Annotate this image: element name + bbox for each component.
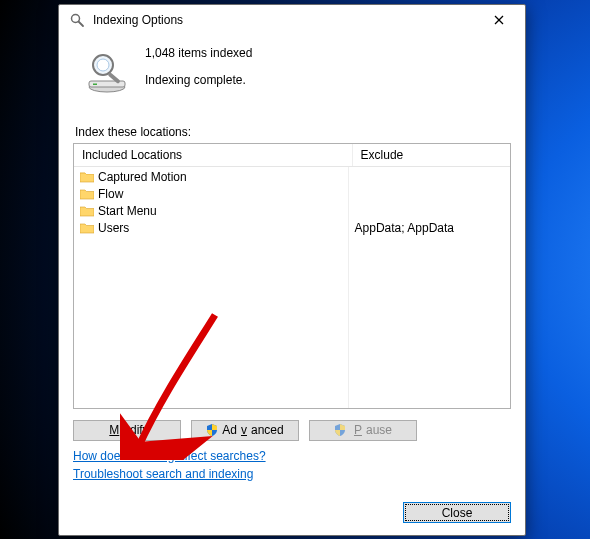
folder-icon bbox=[80, 171, 94, 183]
magnifier-drive-icon bbox=[83, 47, 131, 95]
list-item-label: Start Menu bbox=[98, 204, 157, 218]
titlebar: Indexing Options bbox=[59, 5, 525, 35]
advanced-button[interactable]: Advanced bbox=[191, 420, 299, 441]
dialog-title: Indexing Options bbox=[93, 13, 479, 27]
troubleshoot-link[interactable]: Troubleshoot search and indexing bbox=[73, 467, 253, 481]
close-icon[interactable] bbox=[479, 7, 519, 33]
exclude-cell bbox=[355, 169, 504, 186]
list-item-label: Captured Motion bbox=[98, 170, 187, 184]
button-row: Modify Advanced Pause bbox=[73, 420, 511, 441]
list-item-label: Flow bbox=[98, 187, 123, 201]
column-header-exclude[interactable]: Exclude bbox=[353, 144, 510, 166]
pause-button: Pause bbox=[309, 420, 417, 441]
folder-icon bbox=[80, 205, 94, 217]
list-item[interactable]: Captured Motion bbox=[80, 169, 342, 186]
listview-header: Included Locations Exclude bbox=[74, 144, 510, 167]
exclude-cell bbox=[355, 203, 504, 220]
list-item[interactable]: Flow bbox=[80, 186, 342, 203]
items-indexed-count: 1,048 items indexed bbox=[145, 45, 252, 62]
exclude-cell: AppData; AppData bbox=[355, 220, 504, 237]
status-row: 1,048 items indexed Indexing complete. bbox=[73, 43, 511, 99]
list-item[interactable]: Start Menu bbox=[80, 203, 342, 220]
exclude-cell bbox=[355, 186, 504, 203]
close-button[interactable]: Close bbox=[403, 502, 511, 523]
list-item[interactable]: Users bbox=[80, 220, 342, 237]
indexing-options-dialog: Indexing Options 1,048 items ind bbox=[58, 4, 526, 536]
help-link[interactable]: How does indexing affect searches? bbox=[73, 449, 266, 463]
svg-rect-6 bbox=[93, 84, 97, 86]
shield-icon bbox=[334, 424, 346, 436]
exclude-column: AppData; AppData bbox=[349, 167, 510, 408]
included-locations-column: Captured Motion Flow Start Menu bbox=[74, 167, 349, 408]
locations-label: Index these locations: bbox=[75, 125, 511, 139]
folder-icon bbox=[80, 222, 94, 234]
status-text: 1,048 items indexed Indexing complete. bbox=[145, 43, 252, 99]
shield-icon bbox=[206, 424, 218, 436]
svg-line-1 bbox=[79, 22, 84, 27]
dialog-content: 1,048 items indexed Indexing complete. I… bbox=[59, 35, 525, 535]
modify-button[interactable]: Modify bbox=[73, 420, 181, 441]
indexing-status-line: Indexing complete. bbox=[145, 72, 252, 89]
locations-listview[interactable]: Included Locations Exclude Captured Moti… bbox=[73, 143, 511, 409]
list-item-label: Users bbox=[98, 221, 129, 235]
search-icon bbox=[69, 12, 85, 28]
folder-icon bbox=[80, 188, 94, 200]
column-header-included[interactable]: Included Locations bbox=[74, 144, 353, 166]
svg-point-8 bbox=[97, 59, 109, 71]
